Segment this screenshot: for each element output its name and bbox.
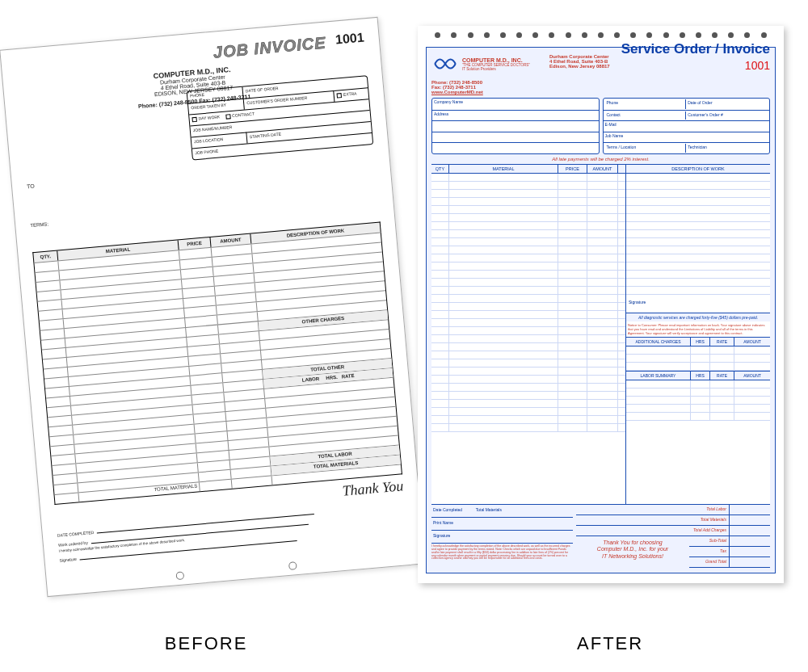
table-row bbox=[626, 190, 770, 198]
foot-date-completed: DATE COMPLETED bbox=[57, 530, 95, 538]
punch-hole-icon bbox=[696, 32, 701, 38]
tot-tax: Tax bbox=[689, 547, 730, 556]
lb-company-name: Company Name bbox=[432, 99, 599, 110]
after-signature-field: Signature bbox=[626, 295, 770, 313]
after-additional-charges-hdr: ADDITIONAL CHARGESHRSRATEAMOUNT bbox=[626, 337, 770, 346]
punch-hole-icon bbox=[630, 32, 636, 38]
table-row bbox=[431, 246, 625, 254]
before-number: 1001 bbox=[335, 30, 364, 47]
after-company-name: COMPUTER M.D., INC. bbox=[462, 57, 530, 63]
tot-materials: Total Materials bbox=[576, 515, 730, 525]
table-row bbox=[431, 279, 625, 287]
tot-add-charges: Total Add Charges bbox=[576, 526, 730, 536]
after-invoice: COMPUTER M.D., INC. "THE COMPUTER SERVIC… bbox=[418, 26, 784, 583]
table-row bbox=[431, 222, 625, 230]
table-row bbox=[431, 319, 625, 327]
punch-hole-icon bbox=[680, 32, 685, 38]
table-row bbox=[626, 405, 770, 413]
punch-hole-icon bbox=[712, 32, 718, 38]
lf-date-completed: Date Completed bbox=[433, 507, 462, 512]
tot-grand: Grand Total bbox=[689, 557, 730, 567]
table-row bbox=[626, 238, 770, 246]
table-row bbox=[626, 214, 770, 222]
tot-subtotal: Sub-Total bbox=[689, 536, 730, 546]
table-row bbox=[431, 351, 625, 359]
table-row bbox=[626, 346, 770, 355]
comparison-labels: BEFORE AFTER bbox=[0, 633, 808, 654]
after-totals: Total Labor Total Materials Total Add Ch… bbox=[576, 505, 770, 536]
table-row bbox=[626, 246, 770, 254]
table-row bbox=[431, 303, 625, 311]
rb-terms: Terms / Location bbox=[605, 144, 687, 153]
after-web: www.ComputerMD.net bbox=[431, 90, 545, 94]
punch-hole-icon bbox=[516, 32, 522, 38]
before-invoice: JOB INVOICE 1001 COMPUTER M.D., INC. Dur… bbox=[0, 17, 426, 597]
lf-total-materials: Total Materials bbox=[476, 507, 502, 512]
after-company-sub: IT Solution Providers bbox=[462, 67, 530, 71]
foot-signature: Signature bbox=[59, 556, 77, 563]
table-row bbox=[431, 343, 625, 351]
after-left-footer: Date Completed Total Materials Print Nam… bbox=[431, 505, 576, 568]
punch-hole-icon bbox=[646, 32, 652, 38]
table-row bbox=[431, 416, 625, 424]
table-row bbox=[626, 182, 770, 190]
punch-hole-icon bbox=[566, 32, 571, 38]
rb-contact: Contact bbox=[605, 111, 687, 120]
table-row bbox=[626, 388, 770, 397]
table-row bbox=[431, 190, 625, 198]
rb-phone: Phone bbox=[605, 99, 687, 109]
table-row bbox=[431, 368, 625, 376]
table-row bbox=[431, 311, 625, 319]
punch-hole-icon bbox=[663, 32, 669, 38]
rb-date: Date of Order bbox=[686, 99, 768, 109]
table-row bbox=[431, 295, 625, 303]
table-row bbox=[431, 214, 625, 222]
punch-hole-icon bbox=[744, 32, 750, 38]
punch-hole-icon bbox=[484, 32, 490, 38]
table-row bbox=[431, 198, 625, 206]
punch-hole-icon bbox=[549, 32, 554, 38]
label-after: AFTER bbox=[577, 633, 643, 654]
table-row bbox=[431, 206, 625, 214]
table-row bbox=[431, 376, 625, 384]
after-diag-notice: All diagnostic services are charged fort… bbox=[626, 313, 770, 321]
table-row bbox=[626, 206, 770, 214]
after-table-header: QTY MATERIAL PRICE AMOUNT DESCRIPTION OF… bbox=[431, 164, 770, 174]
punch-hole-icon bbox=[598, 32, 604, 38]
tot-labor: Total Labor bbox=[576, 505, 730, 514]
table-row bbox=[431, 174, 625, 182]
after-labor-summary-hdr: LABOR SUMMARYHRSRATEAMOUNT bbox=[626, 371, 770, 380]
after-company-tagline: "THE COMPUTER SERVICE DOCTORS" bbox=[462, 63, 530, 67]
before-lines: OTHER CHARGES TOTAL OTHER LABOR HRS. RAT… bbox=[33, 232, 402, 505]
table-row bbox=[431, 359, 625, 368]
table-row bbox=[431, 392, 625, 400]
lb-address: Address bbox=[432, 110, 599, 121]
after-thanks: Thank You for choosing Computer M.D., In… bbox=[576, 536, 689, 568]
rb-jobname: Job Name bbox=[604, 132, 770, 143]
after-table-body: Signature All diagnostic services are ch… bbox=[431, 174, 770, 505]
table-row bbox=[431, 424, 625, 432]
table-row bbox=[626, 413, 770, 421]
table-row bbox=[431, 254, 625, 262]
before-order-box: PHONE DATE OF ORDER ORDER TAKEN BY CUSTO… bbox=[187, 75, 374, 160]
lf-legal: I hereby acknowledge the satisfactory co… bbox=[431, 544, 573, 562]
table-row bbox=[626, 174, 770, 182]
punch-hole-icon bbox=[761, 32, 767, 38]
punch-hole-icon bbox=[582, 32, 587, 38]
rb-email: E-Mail bbox=[604, 120, 770, 132]
punch-hole-icon bbox=[468, 32, 473, 38]
table-row bbox=[626, 380, 770, 388]
punch-hole-icon bbox=[614, 32, 620, 38]
table-row bbox=[431, 230, 625, 238]
punch-hole-icon bbox=[532, 32, 538, 38]
punch-hole-icon bbox=[500, 32, 506, 38]
table-row bbox=[626, 230, 770, 238]
table-row bbox=[431, 327, 625, 335]
table-row bbox=[626, 363, 770, 371]
punch-hole-icon bbox=[175, 571, 184, 580]
table-row bbox=[626, 287, 770, 295]
table-row bbox=[431, 287, 625, 295]
table-row bbox=[431, 238, 625, 246]
table-row bbox=[626, 271, 770, 279]
rb-custorder: Customer's Order # bbox=[686, 111, 768, 120]
